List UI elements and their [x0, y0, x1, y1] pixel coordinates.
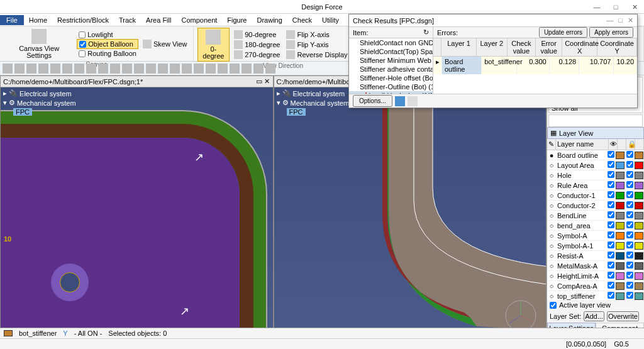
tool-icon[interactable] — [170, 64, 180, 74]
routing-balloon-button[interactable]: Routing Balloon — [77, 49, 138, 58]
error-row[interactable]: ▸Board outlinebot_stiffener0.3000.12810.… — [433, 57, 637, 74]
menu-file[interactable]: File — [0, 15, 24, 25]
svg-line-2 — [521, 316, 533, 322]
tool-icon[interactable] — [110, 64, 120, 74]
lock-icon: 🔒 — [626, 139, 635, 150]
arrow-icon: ↗ — [180, 304, 189, 318]
options-button[interactable]: Options... — [353, 95, 392, 107]
maximize-icon[interactable]: □ — [618, 16, 623, 25]
menu-restriction[interactable]: Restriction/Block — [52, 15, 114, 25]
active-layer-checkbox[interactable] — [550, 302, 557, 309]
tool-icon[interactable] — [253, 64, 264, 74]
tool-icon[interactable] — [242, 64, 252, 74]
design-tree[interactable]: ▸ 🔌 Electrical system ▾ ⚙ Mechanical sys… — [2, 89, 77, 116]
canvas-view-settings-button[interactable]: Canvas View Settings — [4, 28, 74, 60]
viewport-left: C:/home/demo+/Multiboard/Flex/FPC.dsgn;1… — [0, 75, 274, 341]
layer-view-header[interactable]: ▦Layer View — [547, 127, 644, 139]
app-title: Design Force — [301, 3, 342, 11]
tree-fpc[interactable]: FPC — [287, 108, 306, 116]
tool-icon[interactable] — [38, 64, 48, 74]
tool-icon[interactable] — [50, 64, 60, 74]
refresh-icon[interactable]: ↻ — [423, 28, 429, 36]
flip-icon — [286, 40, 295, 49]
arrow-icon: ↗ — [194, 150, 204, 164]
menu-component[interactable]: Component — [176, 15, 222, 25]
tool-icon[interactable] — [3, 64, 13, 74]
minimize-icon[interactable]: — — [587, 0, 606, 14]
tool-icon[interactable] — [74, 64, 84, 74]
overwrite-button[interactable]: Overwrite — [607, 311, 639, 321]
minimize-icon[interactable]: — — [606, 16, 613, 25]
maximize-icon[interactable]: □ — [606, 0, 625, 14]
viewport-controls[interactable]: ▭ ✕ — [256, 77, 270, 86]
skew-view-button[interactable]: Skew View — [141, 39, 189, 49]
tool-icon[interactable] — [26, 64, 36, 74]
layer-toggle-icon[interactable] — [395, 96, 405, 106]
tool-icon[interactable] — [146, 64, 156, 74]
layer-table[interactable]: ✎Layer name👁🔒 ●Board outline○Layout Area… — [547, 139, 644, 300]
object-balloon-button[interactable]: Object Balloon — [77, 39, 138, 49]
menu-areafill[interactable]: Area Fill — [141, 15, 176, 25]
tool-icon[interactable] — [98, 64, 108, 74]
lowlight-button[interactable]: Lowlight — [77, 30, 138, 39]
layer-row[interactable]: ○HeightLimit-A — [547, 271, 644, 281]
tool-icon[interactable] — [182, 64, 192, 74]
deg0-icon — [206, 30, 221, 45]
dialog-title: Check Results [FPC.dsgn] — [353, 17, 434, 25]
canvas-2d[interactable]: 10 10 11 ↗ ↗ — [1, 87, 273, 341]
tool-icon[interactable] — [194, 64, 204, 74]
design-tree[interactable]: ▸ 🔌 Electrical system ▾ ⚙ Mechanical sys… — [275, 89, 351, 116]
layer-row[interactable]: ○Layout Area — [547, 160, 644, 170]
tool-icon[interactable] — [265, 64, 275, 74]
layer-row[interactable]: ○Hole — [547, 170, 644, 180]
tool-icon[interactable] — [230, 64, 240, 74]
layer-row[interactable]: ○Symbol-A-1 — [547, 241, 644, 251]
tool-icon[interactable] — [134, 64, 144, 74]
close-icon[interactable]: ✕ — [625, 0, 644, 14]
tool-icon[interactable] — [62, 64, 72, 74]
menu-check[interactable]: Check — [287, 15, 317, 25]
270-degree-button[interactable]: 270-degree — [232, 50, 282, 60]
canvas-3d[interactable] — [274, 87, 547, 341]
menu-track[interactable]: Track — [114, 15, 141, 25]
flip-icon — [286, 30, 295, 39]
check-tree[interactable]: ShieldContact non GND (T... ShieldContac… — [349, 38, 433, 94]
tree-fpc[interactable]: FPC — [13, 108, 32, 116]
layer-row[interactable]: ○Symbol-A — [547, 231, 644, 241]
tool-icon[interactable] — [122, 64, 132, 74]
tool-icon[interactable] — [218, 64, 228, 74]
tool-icon[interactable] — [206, 64, 216, 74]
update-errors-button[interactable]: Update errors — [539, 27, 587, 38]
90-degree-button[interactable]: 90-degree — [232, 30, 282, 40]
menu-utility[interactable]: Utility — [317, 15, 344, 25]
layer-row[interactable]: ○MetalMask-A — [547, 261, 644, 271]
menu-drawing[interactable]: Drawing — [252, 15, 287, 25]
pin-icon: ✎ — [547, 139, 556, 150]
layer-row[interactable]: ○CompArea-A — [547, 281, 644, 291]
layer-row[interactable]: ○BendLine — [547, 211, 644, 221]
filter-input[interactable] — [548, 114, 643, 127]
right-panel: Top-FPCBot-FPCCompA-StiffenerBShow all ▦… — [547, 75, 644, 341]
layer-row[interactable]: ○Conductor-1 — [547, 191, 644, 201]
layer-row[interactable]: ●Board outline — [547, 150, 644, 160]
layer-row[interactable]: ○Rule Area — [547, 180, 644, 191]
layer-row[interactable]: ○top_stiffener — [547, 291, 644, 300]
layer-row[interactable]: ○bend_area — [547, 221, 644, 231]
0-degree-button[interactable]: 0-degree — [197, 28, 230, 62]
menu-home[interactable]: Home — [24, 15, 52, 25]
layer-row[interactable]: ○Conductor-2 — [547, 201, 644, 211]
file-path: C:/home/demo+/Multiboard/Flex/FPC.dsgn;1… — [3, 78, 143, 86]
close-icon[interactable]: ✕ — [628, 16, 633, 25]
add-button[interactable]: Add... — [584, 311, 604, 321]
tool-icon[interactable] — [14, 64, 25, 74]
menu-figure[interactable]: Figure — [222, 15, 252, 25]
apply-errors-button[interactable]: Apply errors — [589, 27, 633, 38]
180-degree-button[interactable]: 180-degree — [232, 40, 282, 50]
layer-row[interactable]: ○Resist-A — [547, 251, 644, 261]
tool-icon[interactable] — [86, 64, 96, 74]
layer-swatch[interactable] — [4, 330, 13, 336]
tool-icon[interactable] — [158, 64, 168, 74]
error-grid[interactable]: Layer 1Layer 2Check valueError valueCoor… — [433, 38, 637, 94]
layer-toggle-icon[interactable] — [408, 96, 418, 106]
dim-label: 10 — [4, 235, 11, 243]
